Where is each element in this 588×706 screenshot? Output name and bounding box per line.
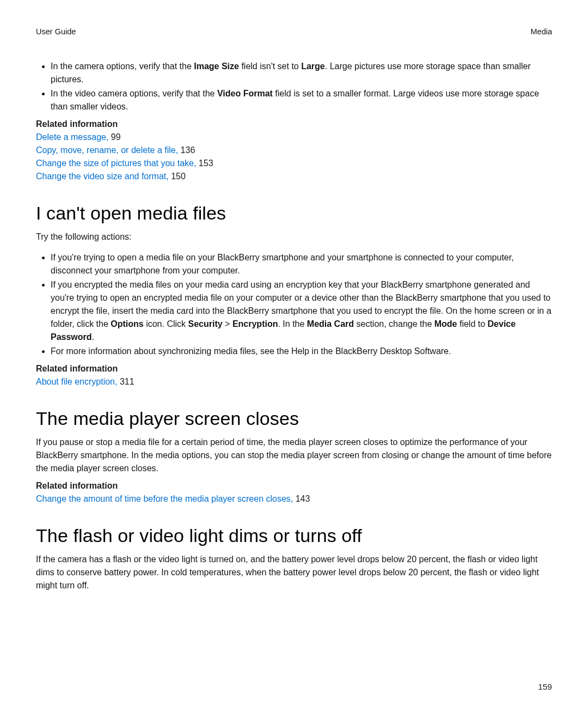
bold-text: Security xyxy=(188,319,223,328)
list-item: For more information about synchronizing… xyxy=(51,345,552,358)
body-text: . In the xyxy=(278,319,307,328)
bold-text: Video Format xyxy=(217,89,273,98)
related-info-heading: Related information xyxy=(36,362,552,375)
related-link[interactable]: Change the size of pictures that you tak… xyxy=(36,159,199,168)
body-text: For more information about synchronizing… xyxy=(51,346,451,356)
body-text: section, change the xyxy=(354,319,434,328)
related-page-number: 153 xyxy=(199,159,213,168)
body-text: . xyxy=(92,332,94,342)
section-intro: Try the following actions: xyxy=(36,230,552,244)
page: User Guide Media In the camera options, … xyxy=(0,0,588,706)
body-text: In the video camera options, verify that… xyxy=(51,89,217,98)
section-body: If you pause or stop a media file for a … xyxy=(36,436,552,475)
page-number: 159 xyxy=(538,682,552,692)
bold-text: Encryption xyxy=(232,319,278,328)
related-item: Copy, move, rename, or delete a file, 13… xyxy=(36,144,552,157)
section-heading-cant-open: I can't open media files xyxy=(36,203,552,224)
section-body: If the camera has a flash or the video l… xyxy=(36,553,552,592)
related-item: About file encryption, 311 xyxy=(36,375,552,388)
related-links-3: Change the amount of time before the med… xyxy=(36,492,552,506)
related-item: Change the video size and format, 150 xyxy=(36,170,552,183)
bold-text: Media Card xyxy=(307,319,354,328)
related-page-number: 99 xyxy=(111,132,121,142)
body-text: In the camera options, verify that the xyxy=(51,62,194,71)
related-page-number: 311 xyxy=(120,377,134,386)
related-link[interactable]: About file encryption, xyxy=(36,377,120,386)
related-page-number: 136 xyxy=(181,145,195,155)
body-text: field isn't set to xyxy=(239,62,301,71)
body-text: icon. Click xyxy=(144,319,188,328)
related-link[interactable]: Change the amount of time before the med… xyxy=(36,494,296,503)
related-item: Delete a message, 99 xyxy=(36,131,552,144)
list-item: In the video camera options, verify that… xyxy=(51,87,552,113)
related-link[interactable]: Change the video size and format, xyxy=(36,172,171,181)
bold-text: Mode xyxy=(434,319,457,328)
related-info-heading: Related information xyxy=(36,118,552,131)
body-text: > xyxy=(223,319,232,328)
related-item: Change the size of pictures that you tak… xyxy=(36,157,552,170)
list-item: If you encrypted the media files on your… xyxy=(51,278,552,344)
bold-text: Image Size xyxy=(194,62,239,71)
related-link[interactable]: Delete a message, xyxy=(36,132,111,142)
section-heading-flash-dims: The flash or video light dims or turns o… xyxy=(36,525,552,546)
top-bullets: In the camera options, verify that the I… xyxy=(36,60,552,113)
related-links-2: About file encryption, 311 xyxy=(36,375,552,388)
bold-text: Large xyxy=(301,62,325,71)
body-text: field to xyxy=(457,319,488,328)
header-left: User Guide xyxy=(36,27,76,36)
section-heading-media-player: The media player screen closes xyxy=(36,408,552,429)
related-page-number: 150 xyxy=(171,172,186,181)
related-item: Change the amount of time before the med… xyxy=(36,492,552,506)
bold-text: Options xyxy=(111,319,143,328)
related-info-heading: Related information xyxy=(36,479,552,492)
related-link[interactable]: Copy, move, rename, or delete a file, xyxy=(36,145,181,155)
list-item: If you're trying to open a media file on… xyxy=(51,251,552,277)
body-text: If you're trying to open a media file on… xyxy=(51,253,514,275)
s1-bullets: If you're trying to open a media file on… xyxy=(36,251,552,358)
related-page-number: 143 xyxy=(296,494,310,503)
header-right: Media xyxy=(531,27,553,36)
list-item: In the camera options, verify that the I… xyxy=(51,60,552,86)
related-links-1: Delete a message, 99Copy, move, rename, … xyxy=(36,131,552,183)
page-header: User Guide Media xyxy=(36,27,552,36)
